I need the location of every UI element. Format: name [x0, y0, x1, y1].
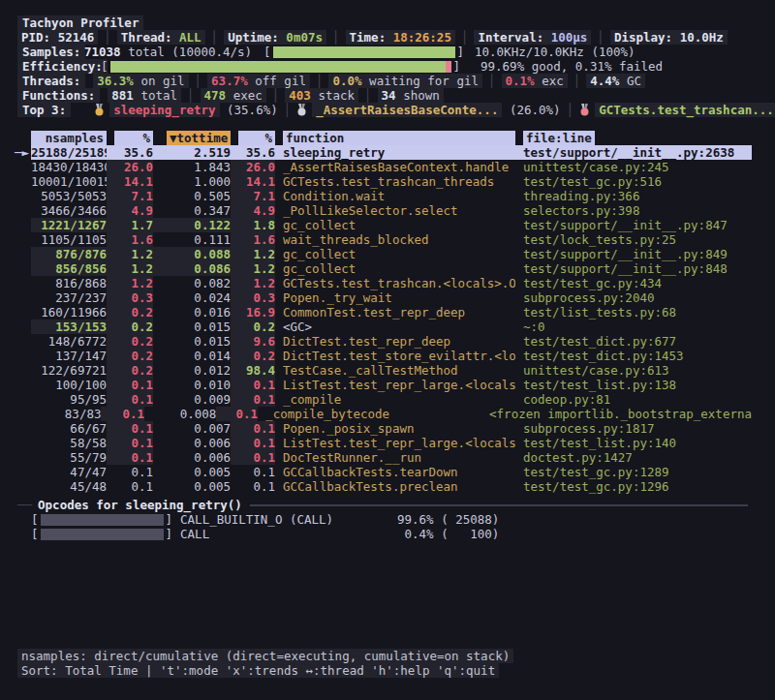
- samples-label: Samples:: [17, 45, 85, 59]
- table-row[interactable]: 816/868 1.2 0.082 1.2 GCTests.test_trash…: [31, 276, 752, 290]
- separator: │: [272, 88, 280, 103]
- opcode-stats: 0.4% ( 100): [397, 527, 499, 541]
- table-row[interactable]: 3466/3466 4.9 0.347 4.9 _PollLikeSelecto…: [31, 203, 752, 218]
- threads-label: Threads:: [17, 74, 85, 88]
- opcode-row: [] CALL 0.4% ( 100): [31, 527, 775, 541]
- cell-function: gc_collect: [283, 247, 515, 261]
- cell-pct-direct: 26.0: [107, 160, 153, 174]
- table-row[interactable]: 47/47 0.1 0.005 0.1 GCCallbackTests.tear…: [31, 465, 752, 479]
- table-row[interactable]: 160/11966 0.2 0.016 16.9 CommonTest.test…: [31, 305, 752, 320]
- cell-pct-direct: 7.1: [107, 189, 153, 203]
- status-thread[interactable]: Thread: ALL: [117, 30, 205, 45]
- efficiency-bar-good: [110, 61, 446, 73]
- column-header-pct-direct[interactable]: %: [107, 131, 153, 145]
- column-header-pct-cumulative[interactable]: %: [231, 131, 275, 145]
- table-header: nsamples % ▼tottime % function file:line: [31, 131, 752, 145]
- cell-file-line: <frozen importlib._bootstrap_externa: [489, 407, 752, 421]
- cell-pct-cumulative: 1.8: [231, 218, 275, 232]
- column-header-nsamples[interactable]: nsamples: [31, 131, 107, 145]
- separator: │: [597, 30, 604, 45]
- table-row[interactable]: 58/58 0.1 0.006 0.1 ListTest.test_repr_l…: [31, 436, 752, 450]
- cell-nsamples: 160/11966: [31, 305, 107, 320]
- cell-tottime: 1.000: [153, 174, 231, 189]
- threads-gc: 4.4% GC: [586, 74, 645, 88]
- cell-file-line: test/list_tests.py:68: [523, 305, 752, 320]
- horizontal-rule: [250, 504, 748, 506]
- cell-nsamples: 95/95: [31, 392, 107, 407]
- footer-legend: nsamples: direct/cumulative (direct=exec…: [17, 649, 513, 663]
- cell-function: <GC>: [283, 320, 515, 334]
- cell-function: GCCallbackTests.preclean: [283, 479, 515, 494]
- table-row[interactable]: 66/67 0.1 0.007 0.1 Popen._posix_spawn s…: [31, 421, 752, 436]
- cell-file-line: test/test_gc.py:434: [523, 276, 752, 290]
- cell-tottime: 0.347: [153, 203, 231, 218]
- table-body: 25188/25189 35.6 2.519 35.6 sleeping_ret…: [17, 145, 775, 494]
- cell-file-line: threading.py:366: [523, 189, 752, 203]
- table-row[interactable]: 137/147 0.2 0.014 0.2 DictTest.test_stor…: [31, 349, 752, 363]
- cell-pct-cumulative: 1.2: [231, 261, 275, 276]
- cell-tottime: 0.122: [153, 218, 231, 232]
- cell-nsamples: 148/6772: [31, 334, 107, 349]
- efficiency-text: 99.69% good, 0.31% failed: [480, 59, 663, 74]
- opcode-stats: 99.6% ( 25088): [397, 512, 499, 527]
- column-header-file-line[interactable]: file:line: [523, 131, 752, 145]
- opcodes-title-text: Opcodes for sleeping_retry(): [38, 498, 242, 512]
- cell-nsamples: 137/147: [31, 349, 107, 363]
- cell-pct-direct: 14.1: [107, 174, 153, 189]
- cell-file-line: test/test_list.py:138: [523, 378, 752, 392]
- cell-file-line: test/test_gc.py:1296: [523, 479, 752, 494]
- table-row[interactable]: 122/69721 0.2 0.012 98.4 TestCase._callT…: [31, 363, 752, 378]
- cell-function: CommonTest.test_repr_deep: [283, 305, 515, 320]
- table-row[interactable]: 83/83 0.1 0.008 0.1 _compile_bytecode <f…: [31, 407, 752, 421]
- cell-pct-direct: 0.1: [107, 421, 153, 436]
- cell-tottime: 0.009: [153, 392, 231, 407]
- threads-line: Threads:36.3% on gil│63.7% off gil│0.0% …: [17, 74, 775, 88]
- table-row[interactable]: 1221/1267 1.7 0.122 1.8 gc_collect test/…: [31, 218, 752, 232]
- opcode-name: CALL: [180, 527, 209, 541]
- cell-file-line: test/test_list.py:140: [523, 436, 752, 450]
- cell-pct-direct: 1.2: [107, 261, 153, 276]
- cell-pct-cumulative: 0.2: [231, 349, 275, 363]
- cell-nsamples: 856/856: [31, 261, 107, 276]
- cell-pct-cumulative: 0.1: [231, 421, 275, 436]
- footer: nsamples: direct/cumulative (direct=exec…: [17, 649, 513, 678]
- table-row[interactable]: 100/100 0.1 0.010 0.1 ListTest.test_repr…: [31, 378, 752, 392]
- cell-nsamples: 1105/1105: [31, 232, 107, 247]
- table-row[interactable]: 1105/1105 1.6 0.111 1.6 wait_threads_blo…: [31, 232, 752, 247]
- table-row[interactable]: 856/856 1.2 0.086 1.2 gc_collect test/su…: [31, 261, 752, 276]
- cell-function: DictTest.test_repr_deep: [283, 334, 515, 349]
- table-row[interactable]: 148/6772 0.2 0.015 9.6 DictTest.test_rep…: [31, 334, 752, 349]
- table-row[interactable]: 18430/18430 26.0 1.843 26.0 _AssertRaise…: [31, 160, 752, 174]
- column-header-tottime[interactable]: ▼tottime: [153, 131, 231, 145]
- cell-file-line: test/lock_tests.py:25: [523, 232, 752, 247]
- cell-file-line: codeop.py:81: [523, 392, 752, 407]
- separator: │: [187, 88, 195, 103]
- table-row[interactable]: 45/48 0.1 0.005 0.1 GCCallbackTests.prec…: [31, 479, 752, 494]
- cell-tottime: 0.086: [153, 261, 231, 276]
- table-row-selected[interactable]: 25188/25189 35.6 2.519 35.6 sleeping_ret…: [31, 145, 752, 160]
- functions-line: Functions:881 total│478 exec│403 stack│3…: [17, 88, 775, 103]
- status-uptime: Uptime: 0m07s: [224, 30, 326, 45]
- cell-pct-direct: 1.6: [107, 232, 153, 247]
- cell-nsamples: 58/58: [31, 436, 107, 450]
- column-header-function[interactable]: function: [283, 131, 515, 145]
- separator: │: [364, 88, 372, 103]
- functions-label: Functions:: [17, 88, 100, 103]
- table-row[interactable]: 10001/10015 14.1 1.000 14.1 GCTests.test…: [31, 174, 752, 189]
- table-row[interactable]: 876/876 1.2 0.088 1.2 gc_collect test/su…: [31, 247, 752, 261]
- cell-file-line: selectors.py:398: [523, 203, 752, 218]
- functions-shown: 34 shown: [378, 88, 444, 103]
- cell-nsamples: 5053/5053: [31, 189, 107, 203]
- status-pid: PID: 52146: [17, 30, 98, 45]
- status-time: Time: 18:26:25: [346, 30, 455, 45]
- cell-tottime: 0.088: [153, 247, 231, 261]
- table-row[interactable]: 153/153 0.2 0.015 0.2 <GC> ~:0: [31, 320, 752, 334]
- table-row[interactable]: 5053/5053 7.1 0.505 7.1 Condition.wait t…: [31, 189, 752, 203]
- cell-nsamples: 122/69721: [31, 363, 107, 378]
- cell-function: Condition.wait: [283, 189, 515, 203]
- cell-function: Popen._posix_spawn: [283, 421, 515, 436]
- cell-pct-direct: 0.2: [107, 320, 153, 334]
- table-row[interactable]: 55/79 0.1 0.006 0.1 DocTestRunner.__run …: [31, 450, 752, 465]
- table-row[interactable]: 95/95 0.1 0.009 0.1 _compile codeop.py:8…: [31, 392, 752, 407]
- table-row[interactable]: 237/237 0.3 0.024 0.3 Popen._try_wait su…: [31, 290, 752, 305]
